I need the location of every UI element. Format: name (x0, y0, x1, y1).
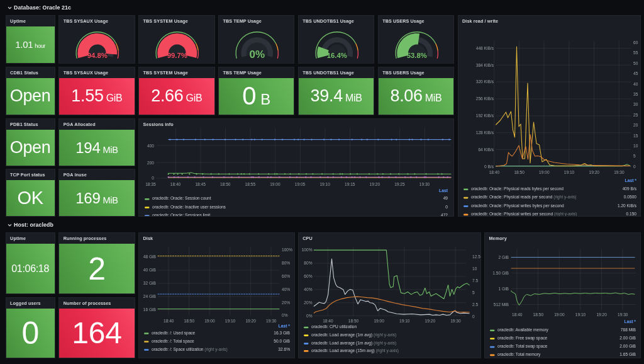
svg-text:Last *: Last * (625, 178, 636, 183)
svg-text:19:20: 19:20 (589, 170, 599, 174)
svg-text:10: 10 (472, 267, 477, 271)
svg-text:2.00 GiB: 2.00 GiB (619, 344, 636, 348)
svg-text:19:30: 19:30 (614, 170, 625, 174)
svg-text:20%: 20% (282, 300, 290, 305)
svg-text:32.6%: 32.6% (278, 347, 290, 351)
svg-text:18:45: 18:45 (195, 182, 206, 186)
svg-text:18:50: 18:50 (533, 312, 544, 317)
svg-text:200: 200 (147, 160, 154, 164)
svg-text:20%: 20% (304, 300, 312, 305)
svg-text:18:35: 18:35 (145, 182, 156, 186)
svg-text:1.20 KiB/s: 1.20 KiB/s (617, 203, 636, 208)
svg-text:16.4%: 16.4% (327, 52, 347, 59)
svg-text:2.00 GiB: 2.00 GiB (619, 336, 636, 340)
svg-text:2.5: 2.5 (472, 303, 478, 307)
svg-text:oracledb: Total swap space: oracledb: Total swap space (497, 344, 548, 349)
svg-text:18:50: 18:50 (348, 319, 359, 323)
svg-text:19:20: 19:20 (370, 182, 380, 186)
svg-text:100%: 100% (301, 248, 312, 253)
svg-text:19:30: 19:30 (266, 319, 277, 323)
svg-text:19:10: 19:10 (225, 319, 236, 323)
svg-text:oracledb: /: Space utilization: oracledb: /: Space utilization (right y-… (152, 347, 228, 352)
svg-text:0%: 0% (249, 48, 265, 60)
svg-text:409 B/s: 409 B/s (622, 186, 636, 191)
svg-text:55: 55 (633, 50, 638, 55)
svg-text:Last *: Last * (624, 320, 636, 324)
svg-text:40%: 40% (282, 287, 290, 292)
svg-text:19:00: 19:00 (539, 170, 550, 174)
svg-text:99.7%: 99.7% (167, 52, 187, 59)
svg-text:10: 10 (633, 144, 638, 148)
svg-text:oracledb: Available memory: oracledb: Available memory (497, 327, 549, 333)
svg-text:0.0500: 0.0500 (623, 195, 636, 199)
svg-text:oracledb: Free swap space: oracledb: Free swap space (497, 336, 547, 341)
svg-text:19:20: 19:20 (425, 319, 435, 323)
svg-text:oracledb: Oracle: Physical rea: oracledb: Oracle: Physical reads per sec… (471, 195, 577, 200)
svg-text:60%: 60% (282, 274, 290, 278)
svg-text:oracledb: Load average (15m av: oracledb: Load average (15m avg) (right … (311, 348, 399, 353)
svg-text:18:50: 18:50 (220, 182, 231, 186)
svg-text:oracledb: Oracle: Physical wri: oracledb: Oracle: Physical writes per se… (471, 212, 577, 217)
svg-text:30: 30 (633, 102, 638, 106)
svg-text:19:00: 19:00 (270, 182, 280, 186)
svg-text:24 GiB: 24 GiB (143, 295, 157, 299)
svg-text:18:40: 18:40 (170, 182, 181, 186)
svg-text:19:10: 19:10 (319, 182, 330, 186)
svg-text:19:15: 19:15 (345, 182, 355, 186)
svg-text:48 GiB: 48 GiB (143, 255, 157, 259)
svg-text:oracledb: Load average (1m avg: oracledb: Load average (1m avg) (right y… (311, 341, 396, 346)
svg-text:0%: 0% (306, 314, 313, 318)
svg-text:18:40: 18:40 (164, 319, 174, 323)
svg-text:45: 45 (633, 71, 638, 76)
svg-text:472: 472 (441, 212, 448, 217)
svg-text:50: 50 (633, 61, 638, 65)
svg-text:oracledb: Oracle: Session coun: oracledb: Oracle: Session count (152, 196, 211, 200)
svg-text:19:20: 19:20 (245, 319, 256, 323)
svg-text:768 MiB: 768 MiB (621, 327, 636, 332)
svg-text:50.0 GiB: 50.0 GiB (274, 339, 290, 343)
svg-text:Last: Last (439, 188, 448, 192)
svg-text:19:30: 19:30 (450, 319, 461, 323)
svg-text:oracledb: Oracle: Sessions lim: oracledb: Oracle: Sessions limit (152, 212, 211, 217)
svg-text:oracledb: Oracle: Physical wri: oracledb: Oracle: Physical writes bytes … (471, 203, 564, 208)
svg-text:19:30: 19:30 (419, 182, 430, 186)
svg-text:18:40: 18:40 (489, 170, 499, 174)
svg-text:448 KiB/s: 448 KiB/s (475, 46, 494, 50)
svg-text:40: 40 (633, 82, 638, 86)
svg-text:18:50: 18:50 (184, 319, 195, 323)
svg-text:384 KiB/s: 384 KiB/s (475, 63, 494, 67)
svg-text:32 GiB: 32 GiB (143, 282, 157, 286)
svg-text:19:20: 19:20 (596, 312, 607, 317)
svg-text:19:30: 19:30 (618, 312, 628, 317)
svg-text:18:40: 18:40 (323, 319, 333, 323)
svg-text:16.3 GiB: 16.3 GiB (274, 331, 290, 335)
svg-text:12.5: 12.5 (472, 255, 480, 259)
svg-text:19:10: 19:10 (564, 170, 574, 174)
svg-text:94.8%: 94.8% (87, 52, 108, 59)
svg-text:oracledb: CPU utilization: oracledb: CPU utilization (311, 324, 357, 329)
svg-text:80%: 80% (304, 261, 312, 266)
svg-text:40 GiB: 40 GiB (143, 268, 157, 273)
svg-text:oracledb: Oracle: Inactive use: oracledb: Oracle: Inactive user sessions (152, 204, 226, 208)
svg-text:oracledb: Total memory: oracledb: Total memory (497, 352, 541, 357)
svg-text:oracledb: Load average (1m avg: oracledb: Load average (1m avg) (right y… (311, 333, 396, 338)
svg-text:0: 0 (472, 315, 475, 319)
svg-text:18:40: 18:40 (512, 312, 523, 317)
svg-text:0 B/s: 0 B/s (484, 164, 494, 169)
svg-text:5: 5 (633, 154, 636, 158)
svg-text:19:00: 19:00 (204, 319, 215, 323)
svg-text:40%: 40% (304, 287, 312, 292)
svg-text:25: 25 (633, 113, 638, 117)
svg-text:0: 0 (445, 204, 448, 208)
svg-text:256 KiB/s: 256 KiB/s (475, 96, 494, 101)
svg-text:64 KiB/s: 64 KiB/s (478, 147, 494, 152)
svg-text:100%: 100% (282, 247, 292, 252)
svg-text:oracledb: /: Total space: oracledb: /: Total space (152, 339, 194, 344)
svg-text:oracledb: /: Used space: oracledb: /: Used space (152, 331, 196, 336)
svg-text:19:10: 19:10 (399, 319, 410, 323)
svg-text:80%: 80% (282, 261, 290, 265)
svg-text:19:00: 19:00 (554, 312, 565, 317)
svg-text:49: 49 (443, 196, 448, 200)
svg-text:1.50 GiB: 1.50 GiB (492, 271, 509, 275)
svg-text:oracledb: Oracle: Physical rea: oracledb: Oracle: Physical reads bytes p… (471, 186, 564, 191)
